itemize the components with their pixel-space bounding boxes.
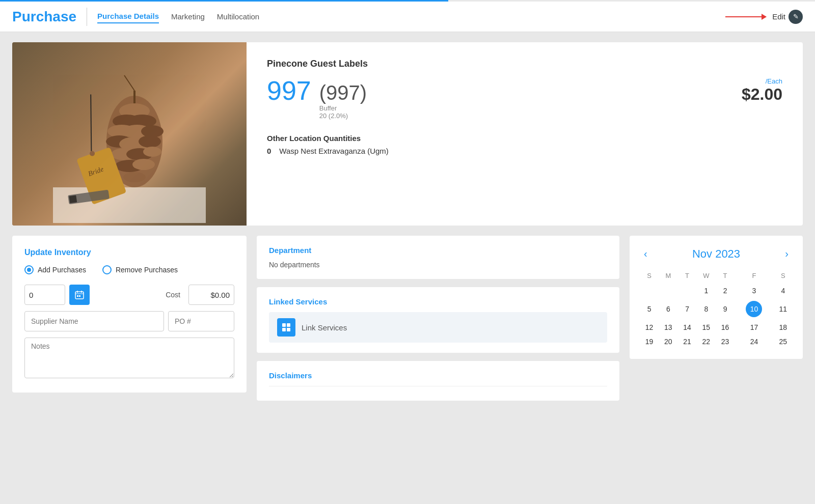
cost-label: Cost bbox=[166, 291, 180, 299]
product-info: Pinecone Guest Labels 997 (997) Buffer 2… bbox=[247, 42, 803, 226]
calendar-day[interactable]: 23 bbox=[716, 334, 735, 349]
calendar-day[interactable]: 19 bbox=[640, 334, 659, 349]
price-value: $2.00 bbox=[742, 85, 782, 104]
calendar-day[interactable]: 18 bbox=[774, 320, 793, 334]
buffer-label: Buffer bbox=[319, 104, 367, 112]
calendar-day[interactable]: 9 bbox=[716, 298, 735, 320]
tab-purchase-details[interactable]: Purchase Details bbox=[97, 10, 159, 23]
price-section: /Each $2.00 bbox=[742, 77, 782, 104]
red-arrow bbox=[725, 16, 766, 17]
radio-remove[interactable]: Remove Purchases bbox=[102, 265, 178, 274]
product-card: Bride Pinecone Guest Labels 997 (997) bbox=[12, 42, 803, 226]
notes-textarea[interactable] bbox=[24, 338, 234, 378]
link-services-button[interactable]: Link Services bbox=[269, 312, 607, 343]
cal-day-t1: T bbox=[677, 270, 696, 284]
header-right: Edit ✎ bbox=[725, 10, 803, 24]
page-title: Purchase bbox=[12, 9, 76, 25]
svg-point-10 bbox=[139, 135, 161, 148]
product-image: Bride bbox=[12, 42, 247, 226]
cost-input[interactable] bbox=[188, 285, 234, 305]
calendar-day[interactable]: 14 bbox=[677, 320, 696, 334]
tab-marketing[interactable]: Marketing bbox=[171, 10, 205, 23]
quantity-buffer: (997) Buffer 20 (2.0%) bbox=[319, 81, 367, 120]
link-services-label: Link Services bbox=[302, 323, 347, 332]
other-location-name: Wasp Nest Extravaganza (Ugm) bbox=[279, 147, 389, 155]
calendar-day[interactable]: 13 bbox=[659, 320, 677, 334]
calendar-prev-button[interactable]: ‹ bbox=[640, 246, 651, 262]
tab-multilocation[interactable]: Multilocation bbox=[217, 10, 259, 23]
header: Purchase Purchase Details Marketing Mult… bbox=[0, 2, 815, 32]
svg-rect-33 bbox=[282, 328, 286, 331]
calendar-day[interactable]: 1 bbox=[697, 284, 716, 298]
svg-rect-30 bbox=[79, 295, 80, 297]
calendar-day[interactable]: 25 bbox=[774, 334, 793, 349]
calendar-day[interactable]: 5 bbox=[640, 298, 659, 320]
cal-day-t2: T bbox=[716, 270, 735, 284]
other-qty: 0 bbox=[267, 147, 271, 155]
svg-line-18 bbox=[124, 75, 134, 91]
calendar-day[interactable]: 3 bbox=[735, 284, 774, 298]
quantity-buffered: (997) bbox=[319, 81, 367, 104]
calendar-day[interactable]: 21 bbox=[677, 334, 696, 349]
calendar-next-button[interactable]: › bbox=[781, 246, 793, 262]
middle-column: Department No departments Linked Service… bbox=[257, 236, 619, 401]
department-content: No departments bbox=[269, 261, 607, 269]
radio-remove-circle[interactable] bbox=[102, 265, 112, 274]
calendar-day[interactable]: 7 bbox=[677, 298, 696, 320]
svg-rect-34 bbox=[287, 328, 290, 331]
calendar-day[interactable]: 2 bbox=[716, 284, 735, 298]
radio-add-circle[interactable] bbox=[24, 265, 34, 274]
svg-rect-0 bbox=[53, 187, 206, 223]
department-panel: Department No departments bbox=[257, 236, 619, 279]
svg-rect-24 bbox=[69, 195, 77, 203]
calendar-day[interactable]: 8 bbox=[697, 298, 716, 320]
edit-label: Edit bbox=[772, 12, 785, 21]
calendar-grid: S M T W T F S 12345678910111213141516171… bbox=[640, 270, 793, 349]
quantity-input[interactable] bbox=[24, 285, 65, 305]
header-nav: Purchase Details Marketing Multilocation bbox=[97, 10, 259, 23]
department-title: Department bbox=[269, 246, 607, 255]
radio-add[interactable]: Add Purchases bbox=[24, 265, 86, 274]
calendar-button[interactable] bbox=[69, 285, 90, 305]
inventory-title: Update Inventory bbox=[24, 248, 234, 257]
svg-rect-32 bbox=[287, 323, 290, 327]
calendar-month-year: Nov 2023 bbox=[692, 247, 740, 261]
calendar-day[interactable]: 10 bbox=[735, 298, 774, 320]
other-location: Other Location Quantities 0 Wasp Nest Ex… bbox=[267, 134, 782, 155]
product-image-inner: Bride bbox=[12, 42, 247, 226]
radio-add-label: Add Purchases bbox=[38, 266, 86, 274]
inventory-panel: Update Inventory Add Purchases Remove Pu… bbox=[12, 236, 247, 393]
svg-point-15 bbox=[132, 159, 155, 170]
calendar-day[interactable]: 17 bbox=[735, 320, 774, 334]
calendar-day[interactable]: 12 bbox=[640, 320, 659, 334]
per-each-label: /Each bbox=[742, 77, 782, 85]
cal-day-s2: S bbox=[774, 270, 793, 284]
calendar-day[interactable]: 6 bbox=[659, 298, 677, 320]
calendar-day[interactable]: 16 bbox=[716, 320, 735, 334]
svg-point-13 bbox=[143, 147, 161, 157]
cal-day-f: F bbox=[735, 270, 774, 284]
svg-rect-31 bbox=[282, 323, 286, 327]
calendar-day[interactable]: 15 bbox=[697, 320, 716, 334]
supplier-input[interactable] bbox=[24, 311, 164, 331]
svg-rect-29 bbox=[77, 295, 78, 297]
buffer-value: 20 (2.0%) bbox=[319, 112, 367, 120]
radio-remove-label: Remove Purchases bbox=[116, 266, 178, 274]
calendar-day[interactable] bbox=[640, 284, 659, 298]
po-input[interactable] bbox=[168, 311, 234, 331]
calendar-day[interactable]: 11 bbox=[774, 298, 793, 320]
disclaimers-title: Disclaimers bbox=[269, 371, 607, 380]
calendar-day[interactable]: 20 bbox=[659, 334, 677, 349]
calendar-day[interactable]: 4 bbox=[774, 284, 793, 298]
edit-button[interactable]: Edit ✎ bbox=[772, 10, 803, 24]
main-content: Bride Pinecone Guest Labels 997 (997) bbox=[0, 32, 815, 411]
edit-arrow bbox=[725, 16, 766, 17]
calendar-day[interactable] bbox=[677, 284, 696, 298]
calendar-day[interactable]: 22 bbox=[697, 334, 716, 349]
supplier-row bbox=[24, 311, 234, 331]
calendar-day[interactable] bbox=[659, 284, 677, 298]
linked-services-title: Linked Services bbox=[269, 297, 607, 306]
linked-services-panel: Linked Services Link Services bbox=[257, 287, 619, 353]
calendar-day[interactable]: 24 bbox=[735, 334, 774, 349]
svg-point-16 bbox=[123, 172, 146, 182]
